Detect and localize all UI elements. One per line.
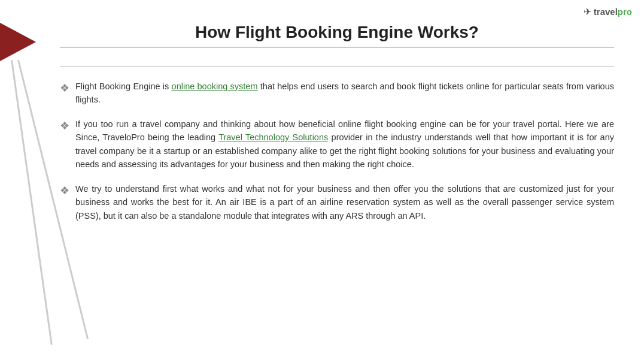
left-arrow-decoration	[0, 23, 36, 61]
list-item: ❖ If you too run a travel company and th…	[60, 117, 614, 171]
bullet-text-3: We try to understand first what works an…	[75, 182, 614, 222]
bullet-text-1: Flight Booking Engine is online booking …	[75, 80, 614, 107]
list-item: ❖ Flight Booking Engine is online bookin…	[60, 80, 614, 107]
bullet-text-2: If you too run a travel company and thin…	[75, 117, 614, 171]
bullet-diamond-1: ❖	[60, 80, 69, 97]
bullet-list: ❖ Flight Booking Engine is online bookin…	[60, 80, 614, 222]
list-item: ❖ We try to understand first what works …	[60, 182, 614, 222]
bullet-diamond-3: ❖	[60, 183, 69, 200]
left-line-1	[11, 60, 53, 345]
title-rule	[60, 66, 614, 67]
main-content: How Flight Booking Engine Works? ❖ Fligh…	[48, 0, 632, 362]
online-booking-system-link[interactable]: online booking system	[172, 82, 258, 91]
page-title: How Flight Booking Engine Works?	[60, 23, 614, 48]
bullet-1-pre: Flight Booking Engine is	[75, 82, 172, 91]
travel-technology-solutions-link[interactable]: Travel Technology Solutions	[218, 132, 328, 142]
left-lines-decoration	[11, 60, 19, 348]
bullet-diamond-2: ❖	[60, 118, 69, 135]
